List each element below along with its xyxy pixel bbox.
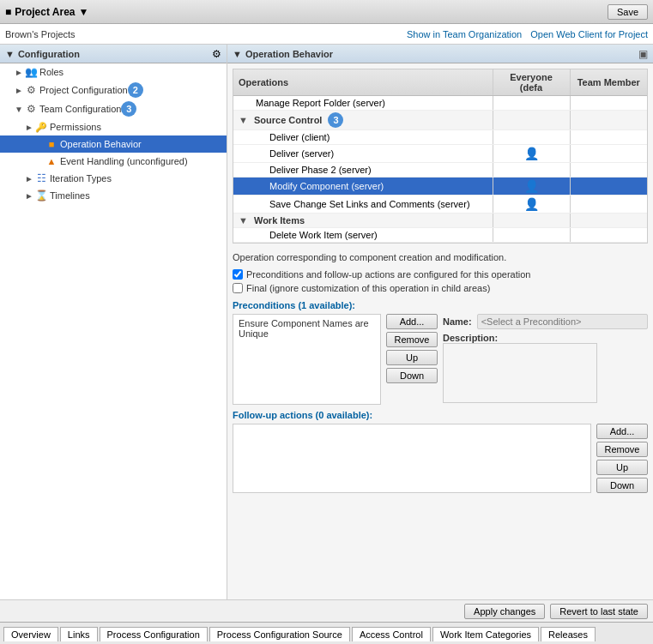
table-row[interactable]: Deliver Phase 2 (server) (233, 163, 647, 178)
expand-icon: ► (24, 190, 34, 201)
badge-2: 2 (128, 82, 143, 98)
checkbox-final[interactable] (233, 283, 243, 293)
cell-everyone (493, 111, 570, 130)
table-row[interactable]: Deliver (client) (233, 130, 647, 145)
sidebar-label-project-config: Project Configuration (39, 85, 128, 95)
sidebar-item-iteration-types[interactable]: ► ☷ Iteration Types (0, 170, 227, 187)
timelines-icon: ⌛ (34, 189, 48, 202)
checkbox-preconditions[interactable] (233, 269, 243, 280)
expand-icon (34, 139, 45, 149)
name-input[interactable] (477, 314, 648, 329)
save-button[interactable]: Save (608, 4, 648, 20)
tab-work-item-categories[interactable]: Work Item Categories (432, 627, 539, 641)
sidebar-toolbar-icon[interactable]: ⚙ (212, 48, 221, 60)
operations-table: Operations Everyone (defa Team Member Ma… (233, 69, 647, 243)
open-web-client-link[interactable]: Open Web Client for Project (530, 29, 648, 39)
address-bar: Brown's Projects Show in Team Organizati… (0, 24, 653, 45)
tab-releases[interactable]: Releases (541, 627, 596, 641)
collapse-content-icon: ▼ (233, 49, 242, 59)
preconditions-list[interactable]: Ensure Component Names are Unique (233, 314, 381, 405)
cell-everyone: 👤 (493, 178, 570, 196)
row-label: Delete Work Item (server) (239, 230, 378, 240)
content-header: ▼ Operation Behavior ▣ (227, 45, 653, 63)
main-layout: ▼ Configuration ⚙ ► 👥 Roles ► ⚙ Project … (0, 45, 653, 599)
down-followup-button[interactable]: Down (596, 478, 648, 493)
collapse-icon: ▼ (5, 49, 15, 59)
table-row[interactable]: Manage Report Folder (server) (233, 96, 647, 111)
desc-label: Description: (443, 333, 648, 343)
followup-list[interactable] (233, 424, 591, 493)
tab-access-control[interactable]: Access Control (352, 627, 431, 641)
badge-3: 3 (121, 101, 136, 117)
content-title-text: Operation Behavior (245, 49, 333, 59)
cell-everyone: 👤 (493, 145, 570, 163)
tab-overview[interactable]: Overview (3, 627, 58, 641)
expand-icon: ► (14, 67, 24, 77)
cell-everyone (493, 214, 570, 228)
collapse-icon: ▼ (239, 215, 248, 226)
sidebar-item-permissions[interactable]: ► 🔑 Permissions (0, 118, 227, 135)
person-icon: 👤 (524, 147, 539, 160)
operation-behavior-icon: ■ (45, 137, 58, 151)
operations-table-container: Operations Everyone (defa Team Member Ma… (233, 69, 648, 244)
row-label: Deliver Phase 2 (server) (239, 165, 372, 175)
operation-description: Operation corresponding to component cre… (233, 249, 648, 268)
sidebar-item-event-handling[interactable]: ▲ Event Handling (unconfigured) (0, 153, 227, 170)
table-row[interactable]: ▼ Source Control 3 (233, 111, 647, 130)
row-label: Deliver (client) (239, 132, 330, 142)
dropdown-arrow-icon[interactable]: ▼ (79, 6, 89, 18)
remove-precondition-button[interactable]: Remove (386, 332, 438, 347)
sidebar-item-roles[interactable]: ► 👥 Roles (0, 63, 227, 81)
add-followup-button[interactable]: Add... (596, 424, 648, 439)
precondition-item[interactable]: Ensure Component Names are Unique (235, 316, 378, 340)
sidebar-item-timelines[interactable]: ► ⌛ Timelines (0, 187, 227, 204)
roles-icon: 👥 (24, 65, 38, 79)
up-followup-button[interactable]: Up (596, 460, 648, 475)
expand-icon (34, 156, 45, 166)
show-in-team-org-link[interactable]: Show in Team Organization (407, 29, 522, 39)
app-icon: ■ (5, 6, 11, 18)
table-row[interactable]: Delete Work Item (server) (233, 228, 647, 243)
bottom-buttons-bar: Apply changes Revert to last state (0, 599, 653, 622)
preconditions-area: Ensure Component Names are Unique Add...… (233, 314, 648, 405)
name-label: Name: (443, 316, 472, 327)
maximize-icon[interactable]: ▣ (638, 48, 648, 60)
add-precondition-button[interactable]: Add... (386, 314, 438, 329)
event-handling-icon: ▲ (45, 154, 58, 168)
table-row[interactable]: Save Change Set Links and Comments (serv… (233, 196, 647, 214)
project-name: Brown's Projects (5, 29, 76, 39)
content-area: ▼ Operation Behavior ▣ Operations Everyo… (227, 45, 653, 599)
cell-team (570, 214, 647, 228)
expand-icon: ► (24, 122, 34, 132)
remove-followup-button[interactable]: Remove (596, 442, 648, 457)
project-config-icon: ⚙ (24, 83, 38, 97)
expand-icon: ► (14, 85, 24, 95)
tab-process-configuration-source[interactable]: Process Configuration Source (209, 627, 350, 641)
apply-changes-button[interactable]: Apply changes (464, 604, 545, 619)
tab-links[interactable]: Links (60, 627, 98, 641)
iteration-types-icon: ☷ (34, 172, 48, 185)
team-config-icon: ⚙ (24, 102, 38, 116)
sidebar-label-permissions: Permissions (50, 122, 101, 132)
cell-everyone (493, 96, 570, 111)
name-desc-area: Name: Description: (443, 314, 648, 405)
table-row[interactable]: Deliver (server) 👤 (233, 145, 647, 163)
row-label: Work Items (254, 215, 305, 226)
table-row[interactable]: Modify Component (server) 👤 (233, 178, 647, 196)
checkbox-final-row: Final (ignore customization of this oper… (233, 281, 648, 295)
name-row: Name: (443, 314, 648, 329)
cell-everyone: 👤 (493, 196, 570, 214)
address-links: Show in Team Organization Open Web Clien… (407, 29, 648, 39)
sidebar-item-team-config[interactable]: ▼ ⚙ Team Configuration 3 (0, 99, 227, 118)
down-precondition-button[interactable]: Down (386, 368, 438, 383)
sidebar-item-project-config[interactable]: ► ⚙ Project Configuration 2 (0, 81, 227, 99)
cell-team (570, 111, 647, 130)
up-precondition-button[interactable]: Up (386, 350, 438, 365)
sidebar-label-roles: Roles (39, 67, 63, 77)
sidebar-item-operation-behavior[interactable]: ■ Operation Behavior (0, 135, 227, 153)
revert-to-last-button[interactable]: Revert to last state (550, 604, 648, 619)
desc-textarea[interactable] (443, 343, 597, 403)
sidebar-label-event-handling: Event Handling (unconfigured) (60, 156, 188, 166)
tab-process-configuration[interactable]: Process Configuration (100, 627, 208, 641)
table-row[interactable]: ▼ Work Items (233, 214, 647, 228)
